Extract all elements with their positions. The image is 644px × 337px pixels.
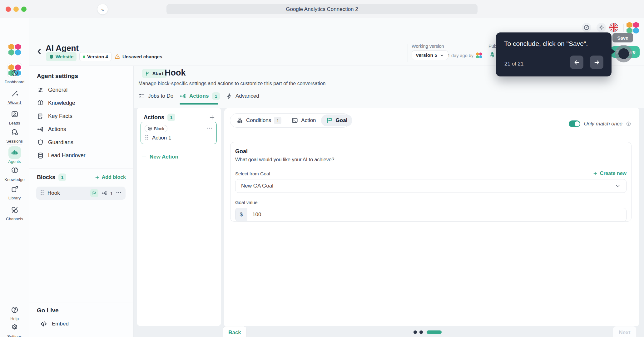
code-icon xyxy=(40,320,47,328)
create-new-goal-button[interactable]: Create new xyxy=(593,171,627,176)
settings-item-key-facts[interactable]: Key Facts xyxy=(37,111,72,121)
sidebar-item-settings[interactable]: Settings xyxy=(0,321,29,337)
language-button[interactable] xyxy=(609,23,618,33)
tour-previous-button[interactable] xyxy=(570,56,583,69)
add-action-button[interactable] xyxy=(209,114,215,121)
browser-tab[interactable]: Google Analytics Connection 2 xyxy=(166,4,478,14)
database-icon xyxy=(49,54,54,59)
goal-value: 100 xyxy=(247,208,626,221)
sidebar-item-help[interactable]: Help xyxy=(0,304,29,321)
settings-item-guardians[interactable]: Guardians xyxy=(37,138,73,147)
blocks-count-badge: 1 xyxy=(58,173,66,181)
segment-action[interactable]: Action xyxy=(286,115,321,126)
new-action-button[interactable]: New Action xyxy=(141,154,178,160)
branch-icon xyxy=(101,190,107,196)
back-button[interactable]: Back xyxy=(223,326,247,337)
document-arrow-icon xyxy=(37,113,44,120)
action-card[interactable]: Block Action 1 xyxy=(141,122,217,144)
goal-select[interactable]: New GA Goal xyxy=(235,179,627,193)
robot-icon xyxy=(8,146,21,159)
magic-wand-icon xyxy=(8,87,21,100)
plus-icon xyxy=(95,175,100,180)
theme-button[interactable] xyxy=(597,23,606,32)
brain-icon xyxy=(8,164,21,177)
tab-count-badge: 1 xyxy=(212,92,220,100)
uk-flag-icon xyxy=(609,27,618,33)
publish-label: Pub xyxy=(488,44,497,49)
tab-advanced[interactable]: Advanced xyxy=(226,91,259,101)
sidebar-item-dashboard[interactable]: Dashboard xyxy=(0,67,29,84)
flag-icon xyxy=(326,117,333,124)
app-window: Google Analytics Connection 2 Dashboard … xyxy=(0,0,644,337)
brain-icon xyxy=(37,100,44,107)
start-flag-icon xyxy=(90,189,98,197)
shield-icon xyxy=(37,139,44,146)
settings-item-lead-handover[interactable]: Lead Handover xyxy=(37,151,86,160)
actions-list-panel: Actions 1 Block Action 1 xyxy=(137,108,221,326)
action-name: Action 1 xyxy=(152,135,171,141)
segment-conditions[interactable]: Conditions 1 xyxy=(231,115,286,126)
info-icon[interactable] xyxy=(626,121,631,126)
gear-icon xyxy=(8,321,21,334)
click-indicator-dot xyxy=(618,48,629,59)
profile-logo[interactable] xyxy=(627,22,639,34)
block-row-hook[interactable]: Hook 1 xyxy=(36,187,126,200)
version-meta: 1 day ago by xyxy=(448,52,483,59)
add-block-button[interactable]: Add block xyxy=(95,174,126,180)
actions-list-title: Actions xyxy=(144,114,164,121)
sidebar-item-knowledge[interactable]: Knowledge xyxy=(0,164,29,182)
usage-meter-button[interactable] xyxy=(582,23,591,32)
icon-rail: Dashboard Wizard Leads Sessions xyxy=(0,18,29,337)
action-more-options-icon[interactable] xyxy=(206,125,213,133)
version-select[interactable]: Version 5 xyxy=(412,50,448,60)
panel-title: Agent settings xyxy=(37,73,78,80)
tab-actions[interactable]: Actions 1 xyxy=(180,91,220,101)
close-window-button[interactable] xyxy=(6,7,11,12)
lightning-icon xyxy=(226,93,233,100)
goal-value-label: Goal value xyxy=(235,200,258,205)
plus-icon xyxy=(141,154,147,160)
settings-item-knowledge[interactable]: Knowledge xyxy=(37,98,75,108)
chat-bubble-icon xyxy=(8,126,21,139)
embed-item[interactable]: Embed xyxy=(40,320,69,328)
rail-divider xyxy=(7,85,22,85)
tour-next-button[interactable] xyxy=(590,56,603,69)
start-badge: Start xyxy=(142,69,167,78)
workspace-logo[interactable] xyxy=(8,44,21,56)
blocks-title: Blocks xyxy=(37,174,55,181)
divider xyxy=(408,44,408,62)
sidebar-item-sessions[interactable]: Sessions xyxy=(0,126,29,144)
rail-divider xyxy=(7,144,22,144)
settings-item-actions[interactable]: Actions xyxy=(37,125,66,134)
back-navigation-button[interactable] xyxy=(35,47,43,56)
checklist-icon xyxy=(138,93,145,100)
more-options-icon[interactable] xyxy=(116,189,122,197)
blocks-icon xyxy=(8,183,21,195)
links-icon xyxy=(8,204,21,216)
minimize-window-button[interactable] xyxy=(13,7,19,12)
sidebar-item-wizard[interactable]: Wizard xyxy=(0,87,29,105)
select-goal-label: Select from Goal xyxy=(235,171,270,176)
sidebar-item-library[interactable]: Library xyxy=(0,183,29,200)
settings-item-general[interactable]: General xyxy=(37,85,67,95)
drag-handle-icon[interactable] xyxy=(40,190,44,197)
status-dot xyxy=(83,56,85,58)
collapse-panel-button[interactable]: « xyxy=(97,4,108,15)
terminal-icon xyxy=(291,117,298,124)
segment-goal[interactable]: Goal xyxy=(321,115,353,126)
only-match-once-toggle[interactable] xyxy=(569,120,580,127)
sidebar-item-leads[interactable]: Leads xyxy=(0,108,29,125)
drag-handle-icon[interactable] xyxy=(145,134,149,141)
divider xyxy=(623,24,624,32)
branch-icon xyxy=(180,93,186,100)
sitemap-icon xyxy=(236,117,243,124)
next-button[interactable]: Next xyxy=(613,326,637,337)
zoom-window-button[interactable] xyxy=(21,7,27,12)
agent-badges: Website Version 4 Unsaved changes xyxy=(46,52,162,61)
tab-jobs-to-do[interactable]: Jobs to Do xyxy=(138,91,173,101)
sidebar-item-channels[interactable]: Channels xyxy=(0,204,29,221)
sidebar-item-agents[interactable]: Agents xyxy=(0,146,29,164)
speedometer-icon xyxy=(583,24,590,31)
divider xyxy=(29,168,134,169)
goal-value-input[interactable]: $ 100 xyxy=(235,208,627,222)
